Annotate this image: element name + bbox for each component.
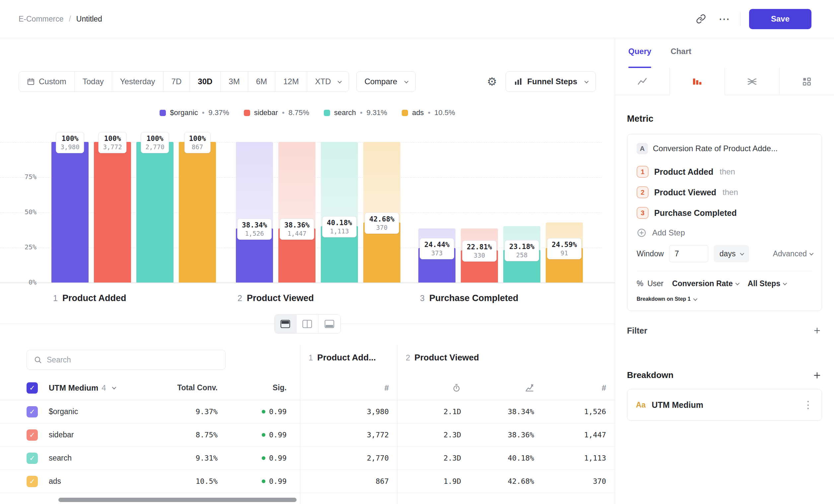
- add-filter-button[interactable]: [812, 326, 822, 336]
- save-button[interactable]: Save: [749, 9, 811, 29]
- breadcrumb-report-title[interactable]: Untitled: [76, 15, 102, 24]
- check-icon: ✓: [29, 478, 35, 485]
- sig-dot: [262, 410, 265, 413]
- legend-item[interactable]: $organic • 9.37%: [159, 109, 229, 117]
- funnel-bar[interactable]: [94, 142, 131, 282]
- topbar: E-Commerce / Untitled ⋯ Save: [0, 0, 834, 38]
- bar-value-label: 100%2,770: [141, 132, 169, 153]
- step2-conv-cell: 38.36%: [461, 431, 534, 439]
- calendar-icon: [27, 77, 35, 86]
- tab-chart[interactable]: Chart: [671, 47, 692, 68]
- row-checkbox[interactable]: ✓: [26, 453, 38, 464]
- breadcrumb-project[interactable]: E-Commerce: [19, 15, 63, 24]
- percent-icon: %: [637, 279, 643, 288]
- line-chart-icon: [637, 76, 648, 87]
- funnel-bar[interactable]: [51, 142, 89, 282]
- tab-retention[interactable]: [780, 68, 834, 95]
- date-range-xtd[interactable]: XTD: [307, 72, 349, 92]
- chart-type-dropdown[interactable]: Funnel Steps: [506, 71, 596, 92]
- funnel-bar[interactable]: [136, 142, 174, 282]
- conversion-chart-icon: [525, 383, 534, 393]
- funnel-bar[interactable]: [179, 142, 216, 282]
- row-checkbox[interactable]: ✓: [26, 476, 38, 487]
- check-icon: ✓: [29, 408, 35, 416]
- step-number-badge: 3: [637, 207, 649, 219]
- date-range-7d[interactable]: 7D: [163, 72, 190, 92]
- total-conv-column-header[interactable]: Total Conv.: [132, 383, 218, 392]
- step-label-3[interactable]: 3 Purchase Completed: [420, 293, 518, 303]
- breakdown-item[interactable]: Aa UTM Medium ⋮: [627, 389, 822, 421]
- step1-count-column-header[interactable]: #: [287, 383, 389, 393]
- legend-swatch: [402, 110, 408, 116]
- sig-column-header[interactable]: Sig.: [218, 383, 287, 392]
- funnel-bar-slot: 42.68%370: [363, 127, 400, 282]
- table-row[interactable]: ✓ $organic 9.37% 0.99 3,980 2.1D 38.34% …: [0, 400, 615, 423]
- measure-dropdown[interactable]: Conversion Rate: [672, 279, 739, 288]
- row-checkbox[interactable]: ✓: [26, 406, 38, 417]
- search-input[interactable]: [47, 356, 219, 364]
- step2-count-column-header[interactable]: #: [534, 383, 606, 393]
- legend-item[interactable]: sidebar • 8.75%: [244, 109, 309, 117]
- split-vertical-icon: [302, 320, 312, 328]
- tab-query[interactable]: Query: [628, 47, 651, 68]
- add-breakdown-button[interactable]: [812, 370, 822, 380]
- horizontal-scrollbar[interactable]: [58, 498, 297, 502]
- layout-split-horizontal-button[interactable]: [275, 315, 297, 333]
- date-range-3m[interactable]: 3M: [221, 72, 248, 92]
- funnel-step-item-3[interactable]: 3 Purchase Completed: [637, 203, 812, 223]
- chevron-down-icon: [735, 281, 740, 285]
- date-range-6m[interactable]: 6M: [248, 72, 275, 92]
- report-area: Custom Today Yesterday 7D 30D 3M 6M 12M …: [0, 38, 615, 504]
- step2-time-cell: 2.3D: [389, 454, 461, 462]
- topbar-actions: ⋯ Save: [694, 9, 811, 29]
- step2-time-column-header[interactable]: [389, 383, 461, 393]
- step-label-2[interactable]: 2 Product Viewed: [238, 293, 314, 303]
- compare-button[interactable]: Compare: [356, 71, 416, 92]
- breadcrumb: E-Commerce / Untitled: [19, 15, 102, 24]
- step1-count-cell: 3,980: [287, 408, 389, 416]
- layout-bottom-panel-button[interactable]: [319, 315, 341, 333]
- date-range-custom[interactable]: Custom: [19, 72, 75, 92]
- table-row[interactable]: ✓ sidebar 8.75% 0.99 3,772 2.3D 38.36% 1…: [0, 423, 615, 446]
- window-unit-select[interactable]: days: [714, 245, 749, 262]
- layout-split-vertical-button[interactable]: [297, 315, 319, 333]
- date-range-30d[interactable]: 30D: [190, 72, 221, 92]
- table-group-header-step2: 2 Product Viewed: [406, 352, 479, 363]
- bar-value-label: 100%867: [184, 132, 211, 153]
- share-link-icon[interactable]: [694, 12, 708, 26]
- more-menu-icon[interactable]: ⋯: [717, 12, 731, 26]
- add-step-button[interactable]: Add Step: [637, 223, 812, 243]
- window-value-input[interactable]: [669, 245, 708, 262]
- breakdown-section: Breakdown: [627, 370, 822, 380]
- legend-item[interactable]: search • 9.31%: [324, 109, 387, 117]
- date-range-today[interactable]: Today: [75, 72, 112, 92]
- step-label-1[interactable]: 1 Product Added: [53, 293, 126, 303]
- settings-gear-icon[interactable]: ⚙: [487, 76, 497, 87]
- tab-flows[interactable]: [725, 68, 780, 95]
- row-label: ads: [42, 477, 132, 486]
- date-range-12m[interactable]: 12M: [275, 72, 307, 92]
- count-type-label[interactable]: User: [647, 279, 663, 288]
- chevron-down-icon: [693, 296, 697, 301]
- funnel-bar-slot: 22.81%330: [461, 127, 498, 282]
- table-row[interactable]: ✓ search 9.31% 0.99 2,770 2.3D 40.18% 1,…: [0, 446, 615, 470]
- step2-conv-cell: 40.18%: [461, 454, 534, 462]
- breakdown-on-dropdown[interactable]: Breakdown on Step 1: [637, 296, 696, 302]
- select-all-checkbox[interactable]: ✓: [26, 382, 38, 394]
- legend-item[interactable]: ads • 10.5%: [402, 109, 455, 117]
- funnel-step-group-3: 24.44%37322.81%33023.18%25824.59%91: [418, 127, 583, 282]
- breakdown-column-header[interactable]: UTM Medium 4: [42, 383, 132, 393]
- table-row[interactable]: ✓ ads 10.5% 0.99 867 1.9D 42.68% 370: [0, 470, 615, 493]
- step2-conv-column-header[interactable]: [461, 383, 534, 393]
- row-checkbox[interactable]: ✓: [26, 429, 38, 441]
- tab-insights[interactable]: [615, 68, 670, 95]
- kebab-menu-icon[interactable]: ⋮: [803, 400, 813, 410]
- advanced-toggle[interactable]: Advanced: [773, 249, 812, 258]
- funnel-step-item-2[interactable]: 2 Product Viewed then: [637, 182, 812, 203]
- funnel-step-item-1[interactable]: 1 Product Added then: [637, 161, 812, 182]
- steps-scope-dropdown[interactable]: All Steps: [748, 279, 786, 288]
- metric-title-row[interactable]: A Conversion Rate of Product Adde...: [637, 143, 812, 154]
- tab-funnels[interactable]: [670, 68, 725, 95]
- layout-toggle: [275, 314, 341, 334]
- date-range-yesterday[interactable]: Yesterday: [112, 72, 163, 92]
